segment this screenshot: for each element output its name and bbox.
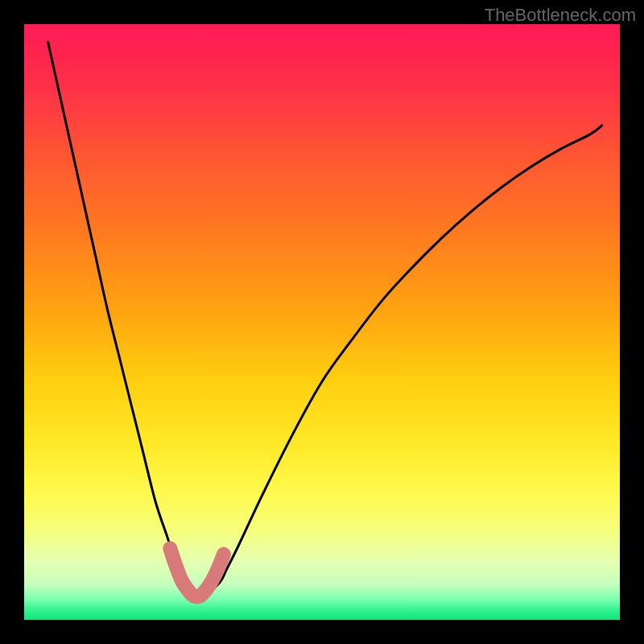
bottleneck-chart <box>0 0 644 644</box>
plot-background <box>24 24 620 620</box>
chart-container: TheBottleneck.com <box>0 0 644 644</box>
watermark-text: TheBottleneck.com <box>485 5 636 26</box>
